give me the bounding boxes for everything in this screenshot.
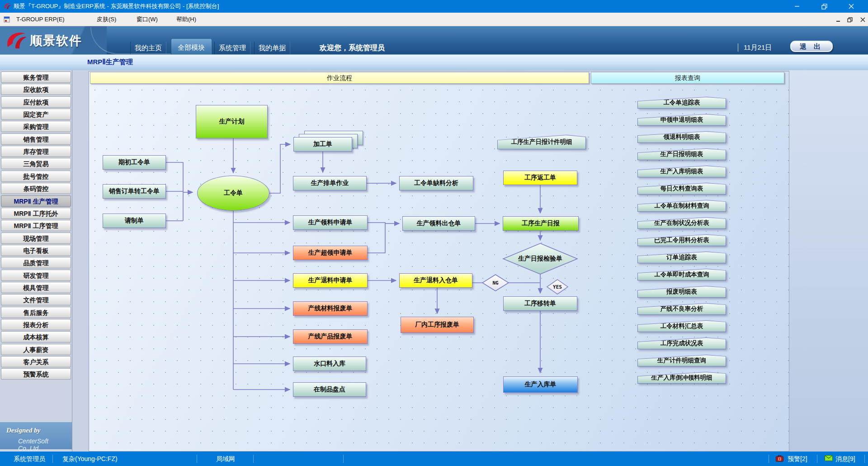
sidebar-item[interactable]: 文件管理 bbox=[1, 294, 71, 305]
menu-item-H[interactable]: 帮助(H) bbox=[174, 13, 199, 26]
sidebar-item[interactable]: 预警系统 bbox=[1, 368, 71, 380]
sidebar-item[interactable]: 电子看板 bbox=[1, 245, 71, 256]
flow-node-line-product-scrap[interactable]: 产线产品报废单 bbox=[293, 329, 368, 344]
status-alert[interactable]: 预警[2] bbox=[788, 455, 807, 463]
flow-node-material-return-receipt[interactable]: 生产退料入仓单 bbox=[399, 273, 472, 288]
flow-node-processing-order[interactable]: 加工单 bbox=[293, 137, 352, 152]
report-item[interactable]: 已完工令用料分析表 bbox=[637, 234, 726, 246]
workflow-section-header: 作业流程 bbox=[90, 72, 589, 84]
sidebar-item[interactable]: 固定资产 bbox=[1, 109, 71, 120]
report-item[interactable]: 工令单在制材料查询 bbox=[637, 200, 726, 212]
flow-node-material-return-request[interactable]: 生产退料申请单 bbox=[293, 273, 368, 288]
flow-node-process-daily-report[interactable]: 工序生产日报 bbox=[503, 216, 579, 231]
report-item[interactable]: 领退料明细表 bbox=[637, 131, 726, 143]
banner-face: 工令单追踪表 bbox=[638, 97, 726, 108]
flow-node-wip-stocktake[interactable]: 在制品盘点 bbox=[293, 382, 366, 397]
breadcrumb: MRPⅡ生产管理 bbox=[87, 58, 133, 67]
sidebar-item[interactable]: 售后服务 bbox=[1, 307, 71, 318]
mdi-restore-button[interactable] bbox=[844, 16, 855, 24]
flow-node-process-transfer-order[interactable]: 工序移转单 bbox=[503, 296, 577, 311]
flow-node-opening-work-order[interactable]: 期初工令单 bbox=[103, 155, 166, 170]
title-bar: 顺景『T-GROUP』制造业ERP系统 - 东莞顺景软件科技有限公司 - [系统… bbox=[0, 0, 868, 13]
flow-node-sprue-material-storage[interactable]: 水口料入库 bbox=[293, 357, 366, 371]
flow-node-label-yes-flag[interactable]: YES bbox=[553, 284, 562, 290]
flow-node-work-order[interactable]: 工令单 bbox=[197, 176, 269, 211]
flow-node-shortage-analysis[interactable]: 工令单缺料分析 bbox=[399, 176, 473, 190]
menu-bar: T-GROUP ERP(E)皮肤(S)窗口(W)帮助(H) bbox=[0, 13, 868, 26]
mdi-minimize-button[interactable] bbox=[833, 16, 844, 24]
sidebar-item[interactable]: 模具管理 bbox=[1, 282, 71, 293]
window-restore-button[interactable] bbox=[814, 0, 835, 13]
flow-node-label-ng-flag[interactable]: NG bbox=[492, 280, 498, 286]
flow-node-material-request[interactable]: 生产领料申请单 bbox=[293, 215, 368, 230]
banner-face: 生产在制状况分析表 bbox=[638, 218, 726, 228]
sidebar-item[interactable]: MRPⅡ 生产管理 bbox=[1, 195, 71, 207]
report-item[interactable]: 订单追踪表 bbox=[637, 252, 726, 263]
flow-node-material-issue[interactable]: 生产领料出仓单 bbox=[402, 216, 475, 231]
tab-系统管理[interactable]: 系统管理 bbox=[214, 42, 250, 54]
sidebar-item[interactable]: 应收款项 bbox=[1, 84, 71, 95]
tab-全部模块[interactable]: 全部模块 bbox=[171, 39, 212, 54]
sidebar-item[interactable]: 研发管理 bbox=[1, 270, 71, 281]
flow-node-label-daily-report-inspection[interactable]: 生产日报检验单 bbox=[518, 255, 562, 263]
report-item[interactable]: 报废明细表 bbox=[637, 286, 726, 298]
flow-node-production-receipt[interactable]: 生产入库单 bbox=[503, 376, 578, 393]
sidebar-item[interactable]: 销售管理 bbox=[1, 133, 71, 145]
flow-node-production-plan[interactable]: 生产计划 bbox=[196, 105, 268, 138]
window-close-button[interactable] bbox=[841, 0, 862, 13]
report-item[interactable]: 工令单追踪表 bbox=[637, 97, 726, 109]
report-item[interactable]: 工令材料汇总表 bbox=[637, 320, 726, 332]
tab-我的单据[interactable]: 我的单据 bbox=[254, 42, 290, 54]
flow-node-request-make-order[interactable]: 请制单 bbox=[103, 214, 166, 228]
sidebar-item[interactable]: MRPⅡ 工序管理 bbox=[1, 220, 71, 231]
report-item[interactable]: 申领申退明细表 bbox=[637, 114, 726, 126]
sidebar-item[interactable]: 成本核算 bbox=[1, 331, 71, 342]
flow-node-process-rework-order[interactable]: 工序返工单 bbox=[503, 171, 577, 185]
report-item[interactable]: 生产计件明细查询 bbox=[637, 355, 726, 366]
banner-face: 工令单在制材料查询 bbox=[638, 200, 726, 211]
sidebar-item[interactable]: 客户关系 bbox=[1, 356, 71, 367]
sidebar-item[interactable]: 库存管理 bbox=[1, 146, 71, 157]
sidebar-item[interactable]: 账务管理 bbox=[1, 71, 71, 83]
form-icon bbox=[4, 16, 10, 24]
menu-item-TGROUPERPE[interactable]: T-GROUP ERP(E) bbox=[14, 13, 67, 26]
exit-button[interactable]: 退 出 bbox=[790, 41, 833, 52]
flow-node-piecework-daily-detail[interactable]: 工序生产日报计件明细 bbox=[497, 135, 586, 149]
status-separator bbox=[817, 455, 817, 463]
menu-item-S[interactable]: 皮肤(S) bbox=[94, 13, 119, 26]
banner-face: 每日欠料查询表 bbox=[638, 183, 726, 194]
sidebar-item[interactable]: 批号管控 bbox=[1, 171, 71, 182]
report-item[interactable]: 生产入库明细表 bbox=[637, 166, 726, 177]
sidebar: 账务管理应收款项应付款项固定资产采购管理销售管理库存管理三角贸易批号管控条码管控… bbox=[0, 70, 72, 452]
flow-node-production-scheduling[interactable]: 生产排单作业 bbox=[293, 176, 367, 190]
banner-face: 工令单即时成本查询 bbox=[638, 269, 726, 280]
sidebar-item[interactable]: 现场管理 bbox=[1, 233, 71, 244]
sidebar-item[interactable]: 应付款项 bbox=[1, 96, 71, 108]
flow-node-sales-to-work-order[interactable]: 销售订单转工令单 bbox=[103, 184, 166, 199]
sidebar-item[interactable]: MRPⅡ 工序托外 bbox=[1, 208, 71, 219]
status-message[interactable]: 消息[9] bbox=[835, 455, 855, 463]
sidebar-item[interactable]: 人事薪资 bbox=[1, 344, 71, 355]
designed-by-panel: Designed by CenterSoft Co.,Ltd. bbox=[0, 422, 72, 449]
report-item[interactable]: 工序完成状况表 bbox=[637, 338, 726, 349]
report-item[interactable]: 生产日报明细表 bbox=[637, 148, 726, 160]
tab-我的主页[interactable]: 我的主页 bbox=[130, 42, 166, 54]
sidebar-item[interactable]: 条码管控 bbox=[1, 183, 71, 194]
banner-face: 产线不良率分析 bbox=[638, 304, 726, 314]
flow-node-factory-process-scrap[interactable]: 厂内工序报废单 bbox=[401, 317, 474, 333]
report-item[interactable]: 每日欠料查询表 bbox=[637, 183, 726, 195]
flow-node-over-pick-request[interactable]: 生产超领申请单 bbox=[293, 246, 368, 260]
report-item[interactable]: 产线不良率分析 bbox=[637, 303, 726, 315]
report-item[interactable]: 工令单即时成本查询 bbox=[637, 269, 726, 281]
flow-node-line-material-scrap[interactable]: 产线材料报废单 bbox=[293, 301, 368, 316]
sidebar-item[interactable]: 三角贸易 bbox=[1, 158, 71, 169]
window-minimize-button[interactable] bbox=[787, 0, 807, 13]
sidebar-item[interactable]: 报表分析 bbox=[1, 319, 71, 330]
report-item[interactable]: 生产在制状况分析表 bbox=[637, 217, 726, 229]
sidebar-item[interactable]: 采购管理 bbox=[1, 121, 71, 132]
banner-face: 工令材料汇总表 bbox=[638, 321, 726, 332]
mdi-close-button[interactable] bbox=[857, 16, 868, 24]
menu-item-W[interactable]: 窗口(W) bbox=[134, 13, 160, 26]
sidebar-item[interactable]: 品质管理 bbox=[1, 257, 71, 268]
report-item[interactable]: 生产入库倒冲领料明细 bbox=[637, 372, 726, 384]
